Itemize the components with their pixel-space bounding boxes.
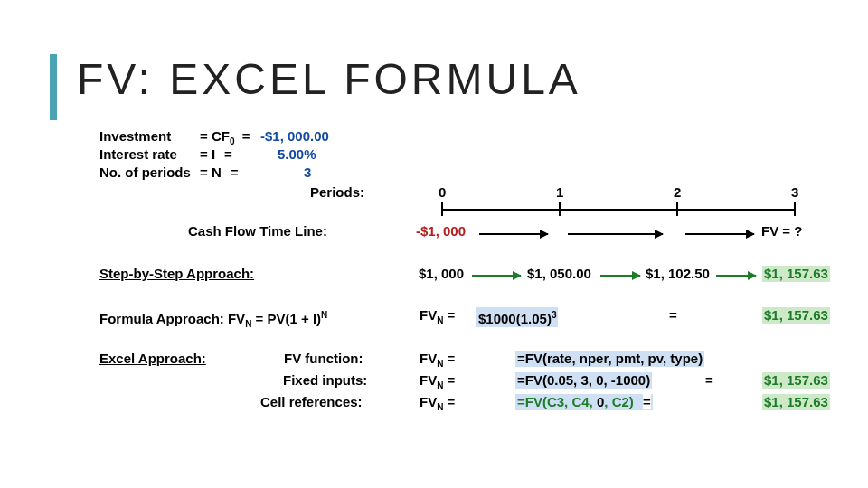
period-1: 1	[556, 184, 563, 201]
excel-row1-lhs: FVN =	[420, 351, 455, 372]
timeline-tick-0	[441, 202, 443, 216]
timeline-arrow-2-3	[685, 233, 754, 235]
timeline-line	[441, 209, 796, 211]
excel-row3-result: $1, 157.63	[762, 394, 830, 410]
interest-value: 5.00%	[278, 146, 316, 163]
investment-label: Investment	[99, 128, 171, 145]
excel-cellrefs-label: Cell references:	[260, 394, 363, 410]
timeline-fvq: FV = ?	[761, 223, 802, 239]
title-accent-bar	[50, 54, 57, 120]
timeline-arrow-0-1	[479, 233, 548, 235]
step-v3: $1, 157.63	[762, 266, 830, 282]
step-arrow-1-2	[600, 275, 640, 277]
excel-fvfunction-label: FV function:	[284, 351, 363, 367]
timeline-tick-2	[676, 202, 678, 216]
nperiods-label: No. of periods	[99, 164, 191, 181]
step-arrow-2-3	[716, 275, 756, 277]
formula-expression: $1000(1.05)3	[476, 307, 558, 327]
step-v0: $1, 000	[419, 266, 464, 282]
step-label: Step-by-Step Approach:	[99, 266, 254, 282]
excel-fixed-label: Fixed inputs:	[283, 372, 367, 389]
excel-approach-label: Excel Approach:	[99, 351, 206, 367]
slide-title: FV: EXCEL FORMULA	[77, 54, 581, 104]
excel-row1-rhs: =FV(rate, nper, pmt, pv, type)	[515, 351, 704, 367]
formula-result: $1, 157.63	[762, 307, 830, 324]
excel-row3-rhs: =FV(C3, C4, 0, C2) =	[515, 394, 653, 410]
period-0: 0	[439, 184, 446, 201]
step-v1: $1, 050.00	[527, 266, 591, 282]
interest-eq: = I=	[200, 146, 232, 163]
interest-label: Interest rate	[99, 146, 177, 163]
timeline-tick-3	[794, 202, 796, 216]
timeline-tick-1	[559, 202, 561, 216]
nperiods-eq: = N=	[200, 164, 239, 181]
timeline-cf0: -$1, 000	[416, 223, 466, 239]
formula-eq2: =	[669, 307, 677, 324]
excel-row2-lhs: FVN =	[420, 372, 455, 394]
excel-row2-eq: =	[705, 372, 713, 389]
timeline-arrow-1-2	[568, 233, 663, 235]
nperiods-value: 3	[304, 164, 311, 181]
period-3: 3	[791, 184, 798, 201]
excel-row2-rhs: =FV(0.05, 3, 0, -1000)	[515, 372, 652, 389]
timeline-label: Cash Flow Time Line:	[188, 223, 327, 239]
periods-title: Periods:	[310, 184, 364, 201]
step-arrow-0-1	[472, 275, 521, 277]
excel-row2-result: $1, 157.63	[762, 372, 830, 389]
formula-fvn-eq: FVN =	[420, 307, 455, 329]
step-v2: $1, 102.50	[646, 266, 710, 282]
formula-approach-label: Formula Approach: FVN = PV(1 + I)N	[99, 307, 327, 333]
investment-value: -$1, 000.00	[260, 128, 329, 145]
excel-row3-lhs: FVN =	[420, 394, 455, 416]
period-2: 2	[674, 184, 681, 201]
